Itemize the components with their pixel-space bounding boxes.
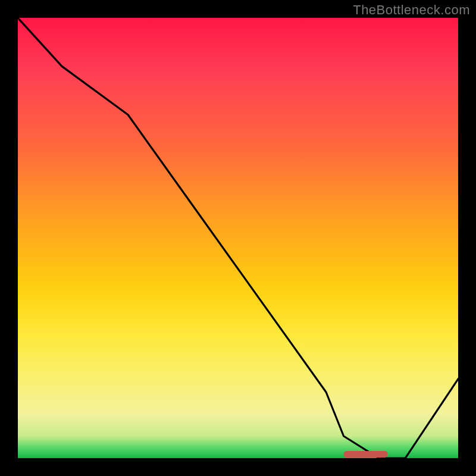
optimal-marker	[344, 451, 388, 458]
chart-container: TheBottleneck.com	[0, 0, 476, 476]
watermark-label: TheBottleneck.com	[353, 2, 470, 18]
bottleneck-curve	[18, 18, 458, 458]
plot-area	[18, 18, 458, 458]
curve-layer	[18, 18, 458, 458]
